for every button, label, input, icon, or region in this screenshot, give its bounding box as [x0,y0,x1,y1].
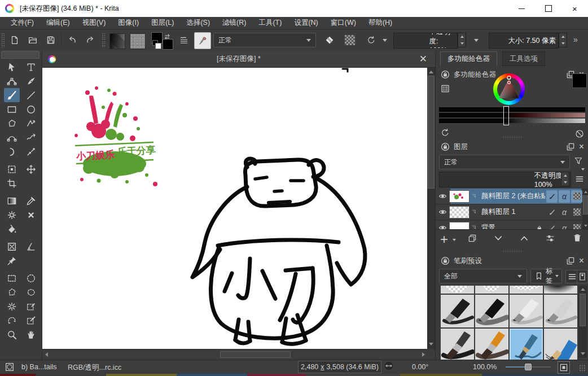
shade-strip-3[interactable] [439,119,585,123]
foreground-background-colors[interactable] [151,32,173,49]
layer-row-1[interactable]: 颜料图层 2 (来自粘贴)α [436,189,582,204]
select-freehand-tool[interactable] [23,285,39,299]
scroll-down-icon[interactable] [580,351,586,356]
background-color-swatch[interactable] [163,39,173,50]
layer-style-icon[interactable] [546,190,558,203]
duplicate-layer-button[interactable] [467,233,477,243]
preserve-alpha-button[interactable] [342,32,358,48]
transform-tool[interactable] [4,162,20,176]
scroll-up-icon[interactable] [428,69,434,75]
layer-options-icon[interactable] [574,174,585,184]
selector-settings-icon[interactable] [440,84,450,94]
layer-visibility-icon[interactable] [436,191,449,201]
zoom-slider[interactable] [506,366,551,368]
scroll-right-icon[interactable] [420,352,426,357]
minimize-button[interactable] [508,0,535,17]
splitter-handle[interactable] [436,135,588,139]
select-magnetic-tool[interactable] [23,313,39,327]
enclose-fill-tool[interactable] [4,239,20,253]
shade-strip-2[interactable] [439,113,585,117]
brush-preset-airbrush-soft[interactable] [544,286,577,294]
toolbar-overflow-button[interactable]: » [573,35,578,44]
color-picker-tool[interactable] [23,194,39,208]
close-button[interactable]: × [561,0,588,17]
new-document-button[interactable] [7,32,23,48]
crop-tool[interactable] [4,176,20,190]
add-layer-dropdown[interactable] [453,239,456,241]
brush-preset-ink-brush[interactable] [475,295,508,327]
horizontal-scroll-thumb[interactable] [220,351,291,358]
preset-view-mode-button[interactable] [577,270,588,283]
measure-tool[interactable] [23,239,39,253]
brush-preset-ink-fineliner[interactable] [510,295,543,327]
scroll-left-icon[interactable] [43,352,49,357]
layer-visibility-icon[interactable] [436,207,449,217]
polyline-tool[interactable] [23,116,39,130]
layer-alpha-icon[interactable]: α [559,206,570,218]
canvas-horizontal-scrollbar[interactable] [42,349,427,360]
zoom-fit-button[interactable] [558,361,570,374]
canvas[interactable]: 小刀娱乐 乐于分享 [42,68,427,349]
close-docker-icon[interactable]: × [579,256,584,266]
float-docker-icon[interactable] [565,256,576,266]
toolbar-grip[interactable] [1,33,5,47]
rotation-angle[interactable]: 0.00° [412,363,428,371]
lock-icon[interactable] [440,142,450,152]
layer-list-scrollbar[interactable] [582,189,588,229]
bezier-curve-tool[interactable] [4,130,20,145]
dynamic-brush-tool[interactable] [4,145,20,159]
smart-patch-tool[interactable] [23,208,39,222]
menu-item-图像I[interactable]: 图像(I) [112,18,145,28]
gradient-chooser-button[interactable] [109,33,125,49]
pattern-edit-tool[interactable] [4,208,20,222]
tab-advanced-color-selector[interactable]: 多功能拾色器 [440,51,497,66]
shade-strip-1[interactable] [439,107,585,112]
brush-preset-eraser-soft[interactable] [475,286,508,294]
brush-preset-eraser-small[interactable] [510,286,543,294]
calligraphy-tool[interactable] [23,74,39,88]
scroll-up-icon[interactable] [580,286,586,292]
zoom-tool[interactable] [4,327,20,342]
brush-editor-button[interactable] [176,32,192,48]
blending-mode-dropdown[interactable]: 正常 [213,33,316,47]
move-tool[interactable] [23,162,39,176]
layer-blending-dropdown[interactable]: 正常 [439,155,570,169]
scroll-down-icon[interactable] [583,223,588,229]
menu-item-窗口W[interactable]: 窗口(W) [324,18,362,28]
current-color-swatch[interactable] [572,73,587,88]
layer-thumbnail[interactable] [449,190,469,203]
toolbar-grip[interactable] [102,33,106,47]
canvas-vertical-scrollbar[interactable] [427,68,435,349]
brush-preset-ink-ballpoint[interactable] [441,295,474,327]
tag-button[interactable]: 标签 [530,269,562,283]
text-tool[interactable] [23,60,39,74]
color-profile[interactable]: RGB/透明...rc.icc [68,363,121,373]
select-ellipse-tool[interactable] [23,271,39,285]
menu-item-图层L[interactable]: 图层(L) [145,18,180,28]
polygon-tool[interactable] [4,116,20,130]
freehand-brush-tool[interactable] [4,88,20,102]
chevron-down-icon[interactable] [474,39,479,42]
layer-alpha-checker-icon[interactable] [571,222,582,230]
saturation-triangle[interactable] [494,76,524,105]
shade-slider-handle[interactable] [503,106,509,125]
save-button[interactable] [43,32,59,48]
fill-tool[interactable] [4,222,20,236]
preset-scrollbar[interactable] [578,286,587,358]
canvas-rotation-icon[interactable] [384,361,394,371]
brush-preset-paint-bristle[interactable] [475,329,508,361]
layer-alpha-checker-icon[interactable] [571,206,582,218]
image-dimensions[interactable]: 2,480 x 3,508 (34.6 MiB) [298,361,381,373]
layer-row-3[interactable]: 背景α [436,220,582,229]
brush-preset-watercolor[interactable] [510,329,543,361]
layer-visibility-icon[interactable] [436,223,449,229]
menu-item-设置N[interactable]: 设置(N) [288,18,324,28]
document-close-button[interactable]: ✕ [419,53,427,65]
layer-alpha-icon[interactable]: α [559,222,570,230]
layer-alpha-icon[interactable]: α [559,190,570,203]
opacity-slider[interactable]: 不透明度: 100% [393,33,458,49]
brush-size-slider[interactable]: 大小: 7.50 像素 [489,33,559,49]
menu-item-文件F[interactable]: 文件(F) [5,18,40,28]
edit-shapes-tool[interactable] [4,74,20,88]
select-polygon-tool[interactable] [4,285,20,299]
